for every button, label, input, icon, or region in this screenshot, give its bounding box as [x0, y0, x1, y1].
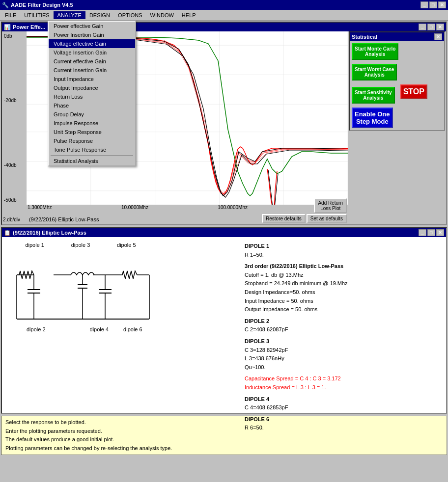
dipole1-label: DIPOLE 1 [245, 243, 269, 249]
schematic-inner: dipole 1 dipole 3 dipole 5 [2, 237, 446, 413]
menu-file[interactable]: FILE [1, 11, 20, 19]
menu-impulse-response[interactable]: Impulse Response [49, 119, 135, 128]
menu-voltage-effective-gain[interactable]: Voltage effective Gain [49, 39, 135, 48]
menu-current-effective-gain[interactable]: Current effective Gain [49, 57, 135, 66]
app-title: AADE Filter Design V4.5 [11, 2, 73, 8]
dipole-5-label-top: dipole 5 [117, 242, 136, 248]
status-line-3: The default values produce a good initia… [5, 435, 443, 444]
schematic-title-text: (9/22/2016) Elliptic Low-Pass [13, 230, 86, 236]
dipole4-label: DIPOLE 4 [245, 396, 269, 402]
x-label-10000: 10.0000Mhz [121, 205, 148, 214]
title-bar: 🔧 AADE Filter Design V4.5 _ □ ✕ [0, 0, 448, 10]
menu-window[interactable]: WINDOW [146, 11, 178, 19]
plot-minimize-btn[interactable]: _ [419, 24, 426, 30]
analyze-dropdown: Power effective Gain Power Insertion Gai… [48, 21, 136, 166]
minimize-button[interactable]: _ [420, 1, 428, 8]
plot-buttons: Add ReturnLoss Plot Restore defaults Set… [262, 198, 347, 223]
restore-defaults-btn[interactable]: Restore defaults [262, 214, 306, 223]
menu-power-insertion-gain[interactable]: Power Insertion Gain [49, 30, 135, 39]
schematic-diagram: dipole 1 dipole 3 dipole 5 [2, 237, 240, 413]
y-label-50db: -50db [4, 197, 26, 203]
enable-one-step-btn[interactable]: Enable OneStep Mode [352, 107, 393, 128]
start-monte-carlo-btn[interactable]: Start Monte CarloAnalysis [352, 43, 398, 60]
stat-close-btn[interactable]: ✕ [434, 33, 442, 40]
menu-analyze[interactable]: ANALYZE [54, 11, 85, 19]
dipole6-label: DIPOLE 6 [245, 416, 269, 422]
menu-power-effective-gain[interactable]: Power effective Gain [49, 22, 135, 30]
analyze-menu: Power effective Gain Power Insertion Gai… [48, 21, 136, 166]
menu-bar: FILE UTILITIES ANALYZE DESIGN OPTIONS WI… [0, 10, 448, 21]
circuit-svg [7, 250, 159, 329]
dipole3-value3: Qu~100. [245, 364, 266, 370]
dipole-4-label-bottom: dipole 4 [90, 326, 109, 332]
schematic-minimize-btn[interactable]: _ [419, 229, 426, 236]
close-button[interactable]: ✕ [438, 1, 446, 8]
maximize-button[interactable]: □ [429, 1, 437, 8]
menu-help[interactable]: HELP [178, 11, 200, 19]
schematic-maximize-btn[interactable]: □ [427, 229, 435, 236]
dipole-6-label-bottom: dipole 6 [123, 326, 142, 332]
output-impedance: Output Impedance = 50. ohms [245, 306, 317, 312]
menu-options[interactable]: OPTIONS [114, 11, 146, 19]
schematic-title-icon: 📋 [4, 230, 11, 236]
dipole3-value1: C 3=128.82942pF [245, 347, 288, 353]
statistical-title-bar: Statistical ✕ [350, 32, 444, 41]
dipole2-value: C 2=408.62087pF [245, 326, 288, 332]
dipole-1-label-top: dipole 1 [25, 242, 44, 248]
menu-voltage-insertion-gain[interactable]: Voltage Insertion Gain [49, 48, 135, 57]
capacitance-spread: Capacitance Spread = C 4 : C 3 = 3.172 [245, 375, 341, 381]
x-label-1300: 1.3000Mhz [28, 205, 52, 214]
title-bar-controls: _ □ ✕ [420, 1, 446, 8]
dipole-3-label-top: dipole 3 [71, 242, 90, 248]
menu-group-delay[interactable]: Group Delay [49, 110, 135, 119]
dipole-labels-bottom: dipole 2 dipole 4 dipole 6 [12, 326, 149, 332]
menu-phase[interactable]: Phase [49, 101, 135, 110]
plot-maximize-btn[interactable]: □ [427, 24, 435, 30]
menu-separator [51, 155, 133, 156]
cutoff-text: Cutoff = 1. db @ 13.Mhz [245, 272, 304, 278]
menu-utilities[interactable]: UTILITIES [20, 11, 53, 19]
menu-unit-step-response[interactable]: Unit Step Response [49, 128, 135, 136]
statistical-title: Statistical [352, 34, 377, 40]
menu-pulse-response[interactable]: Pulse Response [49, 136, 135, 145]
add-return-loss-btn[interactable]: Add ReturnLoss Plot [314, 198, 347, 213]
statistical-panel: Statistical ✕ Start Monte CarloAnalysis … [349, 31, 445, 131]
start-sensitivity-btn[interactable]: Start SensitivityAnalysis [352, 87, 395, 104]
schematic-window: 📋 (9/22/2016) Elliptic Low-Pass _ □ ✕ di… [1, 227, 447, 414]
y-label-20db: -20db [4, 98, 26, 103]
dipole-2-label-bottom: dipole 2 [27, 326, 46, 332]
design-impedance: Design Impedance=50. ohms [245, 289, 315, 295]
y-label-40db: -40db [4, 162, 26, 168]
plot-title-text: Power Effe... [13, 24, 45, 30]
y-label-0db: 0db [4, 33, 26, 39]
input-impedance: Input Impedance = 50. ohms [245, 298, 313, 304]
stopband-text: Stopband = 24.249 db minimum @ 19.Mhz [245, 280, 348, 286]
plot-subtitle: (9/22/2016) Elliptic Low-Pass [29, 216, 99, 222]
dipole6-value: R 6=50. [245, 425, 264, 430]
x-label-100000: 100.0000Mhz [218, 205, 248, 214]
menu-statistical-analysis[interactable]: Statistical Analysis [49, 157, 135, 165]
menu-current-insertion-gain[interactable]: Current Insertion Gain [49, 66, 135, 75]
menu-tone-pulse-response[interactable]: Tone Pulse Response [49, 145, 135, 154]
dipole1-value: R 1=50. [245, 252, 264, 258]
dipole4-value: C 4=408.62853pF [245, 404, 288, 410]
dipole3-value2: L 3=438.676nHy [245, 355, 284, 361]
menu-input-impedance[interactable]: Input Impedance [49, 75, 135, 83]
set-as-defaults-btn[interactable]: Set as defaults [307, 214, 347, 223]
dipole-labels-top: dipole 1 dipole 3 dipole 5 [12, 242, 149, 248]
schematic-title-bar: 📋 (9/22/2016) Elliptic Low-Pass _ □ ✕ [2, 228, 446, 237]
menu-return-loss[interactable]: Return Loss [49, 92, 135, 101]
stop-btn[interactable]: STOP [400, 84, 427, 99]
plot-close-btn[interactable]: ✕ [436, 24, 444, 30]
y-axis-labels: 0db -20db -40db -50db [3, 31, 27, 205]
app-icon: 🔧 [2, 2, 9, 8]
spread-info: Capacitance Spread = C 4 : C 3 = 3.172 I… [245, 375, 441, 392]
start-worst-case-btn[interactable]: Start Worst CaseAnalysis [352, 64, 397, 80]
schematic-close-btn[interactable]: ✕ [436, 229, 444, 236]
dipole2-label: DIPOLE 2 [245, 318, 269, 324]
plot-title-bar-controls: _ □ ✕ [419, 24, 444, 30]
menu-design[interactable]: DESIGN [85, 11, 114, 19]
menu-output-impedance[interactable]: Output Impedance [49, 83, 135, 92]
dipole3-label: DIPOLE 3 [245, 338, 269, 344]
status-line-4: Plotting parameters can be changed by re… [5, 444, 443, 453]
